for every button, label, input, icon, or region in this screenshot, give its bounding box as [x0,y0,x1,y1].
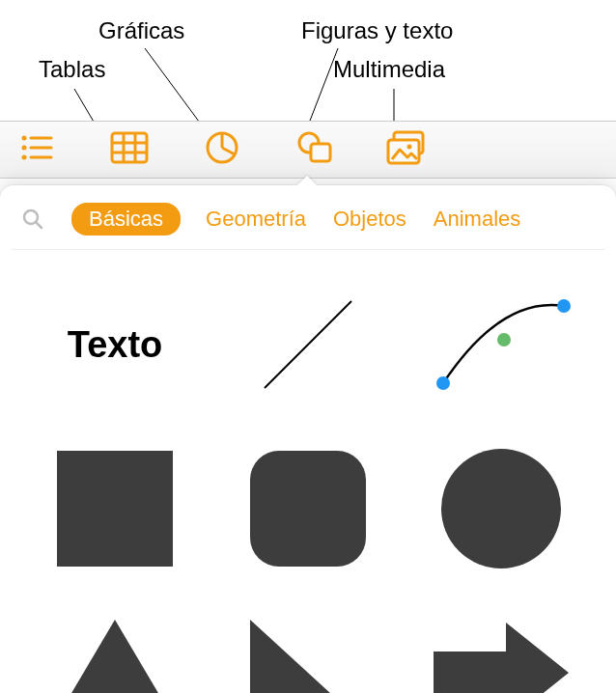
svg-point-26 [557,299,571,313]
curve-icon [429,287,574,402]
square-icon [52,446,178,571]
svg-point-25 [497,333,511,346]
shape-text[interactable]: Texto [33,277,197,412]
svg-rect-28 [250,451,366,567]
list-icon [19,133,54,166]
line-icon [245,282,371,407]
circle-icon [438,446,564,571]
popover-arrow [297,176,317,185]
svg-rect-10 [112,133,147,162]
svg-point-29 [441,449,561,568]
svg-point-20 [407,145,412,150]
right-triangle-icon [245,615,371,693]
shape-curve[interactable] [419,277,583,412]
shape-arrow-right[interactable] [419,605,583,693]
tab-basicas[interactable]: Básicas [71,203,181,236]
tab-animales[interactable]: Animales [432,203,522,236]
svg-line-22 [36,222,42,228]
svg-marker-31 [250,620,366,693]
insert-shape-button[interactable] [294,128,336,171]
svg-point-8 [22,155,27,160]
insert-chart-button[interactable] [201,128,243,171]
svg-rect-17 [311,144,330,161]
shapes-icon [295,130,334,169]
arrow-right-icon [429,615,574,693]
triangle-icon [47,615,182,693]
text-shape-label: Texto [68,324,163,366]
svg-marker-30 [52,620,178,693]
svg-rect-27 [57,451,173,567]
svg-point-4 [22,136,27,141]
list-view-button[interactable] [15,128,58,171]
table-icon [110,131,149,168]
svg-marker-32 [434,623,569,693]
svg-point-24 [436,376,450,390]
category-tabs: Básicas Geometría Objetos Animales [12,203,604,250]
rounded-square-icon [245,446,371,571]
insert-table-button[interactable] [108,128,151,171]
pie-chart-icon [204,129,240,170]
svg-point-6 [22,146,27,151]
insert-media-button[interactable] [386,128,429,171]
toolbar [0,121,616,179]
tab-objetos[interactable]: Objetos [331,203,408,236]
shape-line[interactable] [226,277,390,412]
shape-circle[interactable] [419,441,583,576]
shape-square[interactable] [33,441,197,576]
media-icon [386,130,429,169]
tab-geometria[interactable]: Geometría [204,203,308,236]
svg-line-23 [265,301,351,388]
shape-triangle[interactable] [33,605,197,693]
shapes-grid: Texto [12,250,604,693]
shape-right-triangle[interactable] [226,605,390,693]
shapes-popover: Básicas Geometría Objetos Animales Texto [0,185,616,693]
search-icon[interactable] [21,208,48,231]
shape-rounded-square[interactable] [226,441,390,576]
